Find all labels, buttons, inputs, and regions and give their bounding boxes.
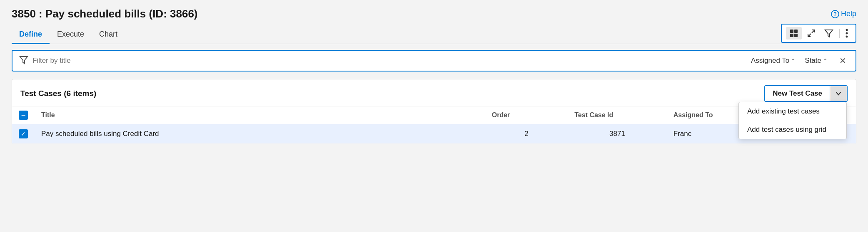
expand-icon: [807, 29, 816, 38]
assigned-to-label: Assigned To: [751, 57, 789, 65]
toolbar: [781, 24, 856, 43]
col-header-checkbox: −: [12, 106, 35, 124]
col-header-title: Title: [35, 106, 485, 124]
filter-bar-icon: [19, 55, 28, 67]
help-icon: ?: [831, 10, 839, 18]
assigned-to-dropdown[interactable]: Assigned To ⌃: [748, 55, 799, 67]
filter-close-button[interactable]: ✕: [837, 55, 849, 67]
add-grid-item[interactable]: Add test cases using grid: [739, 121, 846, 139]
svg-point-9: [846, 36, 848, 38]
tab-execute[interactable]: Execute: [50, 27, 92, 44]
help-label: Help: [841, 10, 856, 18]
svg-marker-6: [825, 30, 833, 37]
svg-point-7: [846, 29, 848, 31]
svg-rect-2: [790, 34, 793, 37]
svg-point-8: [846, 32, 848, 35]
filter-input[interactable]: [32, 57, 748, 65]
help-link[interactable]: ? Help: [831, 10, 856, 18]
row-checkbox-cell[interactable]: ✓: [12, 124, 35, 144]
table-header-row-cols: − Title Order Test Case Id Assigned To: [12, 106, 856, 124]
filter-dropdowns: Assigned To ⌃ State ⌃ ✕: [748, 55, 849, 67]
tabs-nav: Define Execute Chart: [12, 27, 125, 44]
filter-toolbar-button[interactable]: [821, 27, 837, 39]
row-checkbox[interactable]: ✓: [19, 129, 28, 138]
table-header-row: Test Cases (6 items) New Test Case Add e…: [12, 79, 856, 106]
assigned-to-chevron-icon: ⌃: [791, 58, 796, 64]
more-button[interactable]: [842, 27, 851, 39]
filter-toolbar-icon: [824, 29, 833, 38]
page-title: 3850 : Pay scheduled bills (ID: 3866): [12, 7, 198, 20]
row-testcaseid: 3871: [568, 124, 667, 144]
grid-icon: [789, 29, 798, 38]
state-label: State: [805, 57, 821, 65]
add-existing-item[interactable]: Add existing test cases: [739, 102, 846, 121]
table-section-title: Test Cases (6 items): [20, 89, 96, 98]
new-test-case-chevron-icon: [835, 90, 842, 97]
table-body: ✓ Pay scheduled bills using Credit Card …: [12, 124, 856, 144]
table-section: Test Cases (6 items) New Test Case Add e…: [12, 79, 856, 144]
table-head: − Title Order Test Case Id Assigned To: [12, 106, 856, 124]
svg-marker-10: [20, 57, 27, 64]
svg-rect-1: [794, 30, 798, 33]
state-chevron-icon: ⌃: [823, 58, 828, 64]
col-header-order: Order: [485, 106, 568, 124]
page-container: 3850 : Pay scheduled bills (ID: 3866) ? …: [0, 0, 868, 144]
tab-define[interactable]: Define: [12, 27, 50, 44]
svg-line-5: [808, 34, 811, 37]
new-test-case-dropdown: Add existing test cases Add test cases u…: [738, 102, 847, 139]
svg-line-4: [812, 30, 815, 33]
title-row: 3850 : Pay scheduled bills (ID: 3866) ? …: [12, 7, 856, 20]
new-test-case-btn-wrap: New Test Case Add existing test cases Ad…: [764, 85, 848, 102]
filter-bar: Assigned To ⌃ State ⌃ ✕: [12, 50, 856, 72]
new-test-case-chevron-button[interactable]: [830, 86, 847, 101]
more-icon: [846, 29, 848, 38]
toolbar-divider: [839, 29, 840, 38]
select-all-checkbox[interactable]: −: [19, 111, 28, 120]
new-test-case-button[interactable]: New Test Case: [765, 86, 830, 101]
state-dropdown[interactable]: State ⌃: [801, 55, 831, 67]
row-title: Pay scheduled bills using Credit Card: [35, 124, 485, 144]
svg-rect-3: [794, 34, 798, 37]
tabs-toolbar-row: Define Execute Chart: [12, 24, 856, 44]
expand-button[interactable]: [803, 27, 819, 39]
tab-chart[interactable]: Chart: [92, 27, 125, 44]
table-row[interactable]: ✓ Pay scheduled bills using Credit Card …: [12, 124, 856, 144]
col-header-testcaseid: Test Case Id: [568, 106, 667, 124]
svg-rect-0: [790, 30, 793, 33]
test-table: − Title Order Test Case Id Assigned To ✓…: [12, 106, 856, 144]
grid-view-button[interactable]: [786, 27, 802, 39]
row-order: 2: [485, 124, 568, 144]
